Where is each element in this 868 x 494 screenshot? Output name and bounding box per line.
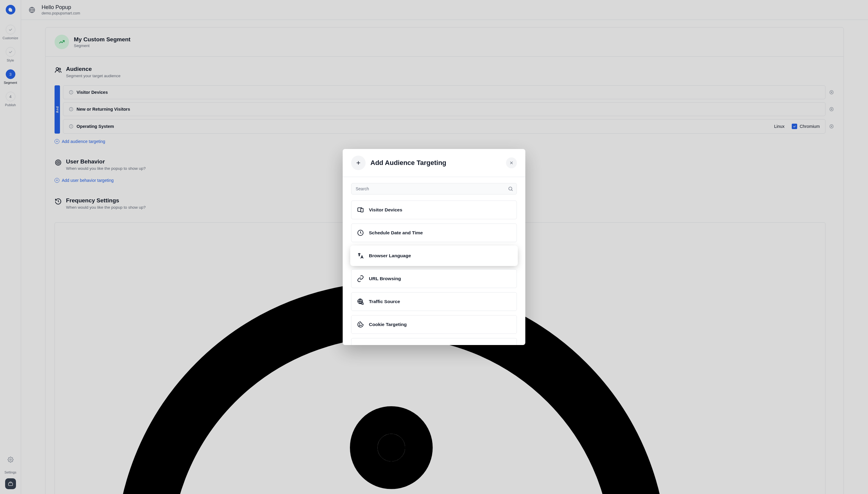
translate-icon (357, 252, 364, 259)
topbar: Hello Popup demo.popupsmart.com (21, 0, 868, 20)
rule-new-or-returning[interactable]: New or Returning Visitors (63, 102, 826, 116)
option-schedule[interactable]: Schedule Date and Time (351, 224, 517, 242)
cookie-icon (357, 321, 364, 328)
rule-operating-system[interactable]: Operating System Linux Chromium (63, 119, 826, 134)
sidebar-rail: Customize Style 3 Segment 4 Publish Sett… (0, 0, 21, 494)
plus-circle-icon: + (55, 178, 59, 183)
sidebar-step-label: Publish (5, 103, 16, 107)
option-label: Schedule Date and Time (369, 230, 423, 235)
history-icon (55, 198, 62, 205)
search-input[interactable] (351, 183, 517, 194)
svg-line-42 (363, 304, 363, 305)
option-label: Browser Language (369, 253, 411, 259)
info-icon (69, 124, 74, 129)
sidebar-step-style[interactable]: Style (0, 47, 21, 62)
sidebar-step-label: Segment (4, 81, 17, 84)
sidebar-step-customize[interactable]: Customize (0, 25, 21, 40)
and-rail: And (55, 86, 60, 134)
svg-rect-1 (8, 483, 13, 486)
option-visitor-devices[interactable]: Visitor Devices (351, 201, 517, 219)
briefcase-icon (8, 481, 13, 487)
modal-close-button[interactable] (506, 157, 517, 168)
plus-circle-icon: + (55, 139, 59, 144)
devices-icon (357, 206, 364, 213)
check-icon (8, 27, 13, 32)
svg-line-37 (511, 190, 512, 191)
option-browser-language[interactable]: Browser Language (351, 246, 517, 265)
app-logo[interactable] (6, 5, 15, 15)
option-label: URL Browsing (369, 276, 401, 281)
os-option-chromium: Chromium (800, 124, 820, 129)
remove-rule-button[interactable] (829, 124, 834, 129)
add-behavior-label: Add user behavior targeting (62, 178, 114, 183)
target-icon (55, 159, 62, 166)
option-traffic-source[interactable]: Traffic Source (351, 292, 517, 311)
globe-search-icon (357, 298, 364, 305)
option-cookie-targeting[interactable]: Cookie Targeting (351, 315, 517, 334)
svg-point-25 (58, 162, 58, 163)
remove-rule-button[interactable] (829, 106, 834, 112)
clock-icon (357, 229, 364, 236)
search-icon (508, 186, 513, 191)
frequency-desc: When would you like the popup to show up… (66, 205, 145, 210)
frequency-title: Frequency Settings (66, 197, 145, 204)
remove-rule-button[interactable] (829, 89, 834, 95)
sidebar-step-segment[interactable]: 3 Segment (0, 69, 21, 84)
segment-header: My Custom Segment Segment (45, 27, 844, 57)
modal-title: Add Audience Targeting (370, 159, 446, 167)
audience-desc: Segment your target audience (66, 74, 121, 78)
rule-visitor-devices[interactable]: Visitor Devices (63, 86, 826, 99)
plus-badge-icon (351, 156, 366, 170)
rule-label: Operating System (77, 124, 114, 129)
main-area: Hello Popup demo.popupsmart.com My Custo… (21, 0, 868, 494)
gear-icon (7, 457, 14, 463)
svg-point-28 (378, 434, 406, 461)
svg-point-19 (71, 126, 72, 126)
rule-label: Visitor Devices (77, 90, 108, 95)
behavior-desc: When would you like the popup to show up… (66, 166, 145, 171)
svg-rect-38 (361, 208, 363, 212)
option-label: Traffic Source (369, 299, 400, 304)
check-icon (8, 50, 13, 54)
settings-label: Settings (4, 471, 17, 474)
audience-title: Audience (66, 66, 121, 72)
svg-point-3 (56, 68, 58, 70)
trend-up-icon (55, 35, 69, 49)
svg-point-43 (359, 324, 360, 324)
svg-point-4 (59, 68, 61, 70)
svg-point-44 (361, 325, 361, 326)
add-audience-targeting[interactable]: + Add audience targeting (55, 139, 834, 144)
sidebar-step-publish[interactable]: 4 Publish (0, 92, 21, 107)
add-audience-label: Add audience targeting (62, 139, 105, 144)
svg-point-36 (509, 187, 512, 190)
svg-point-45 (359, 325, 360, 326)
page-title: Hello Popup (42, 4, 80, 11)
sidebar-step-label: Customize (3, 36, 18, 40)
segment-subtitle: Segment (74, 43, 131, 48)
settings-button[interactable] (5, 454, 16, 465)
option-url-browsing[interactable]: URL Browsing (351, 269, 517, 288)
svg-point-7 (71, 91, 72, 92)
segment-title: My Custom Segment (74, 36, 131, 43)
globe-icon (28, 6, 36, 14)
rule-label: New or Returning Visitors (77, 107, 130, 112)
info-icon (69, 107, 74, 112)
behavior-title: User Behavior (66, 158, 145, 165)
close-icon (509, 160, 514, 165)
link-icon (357, 275, 364, 282)
page-subtitle: demo.popupsmart.com (42, 11, 80, 15)
checkbox-chromium[interactable] (792, 124, 797, 129)
svg-point-13 (71, 108, 72, 109)
info-icon (69, 90, 74, 95)
option-label: Visitor Devices (369, 207, 402, 213)
add-targeting-modal: Add Audience Targeting Visitor Devices S… (343, 149, 525, 345)
os-option-linux: Linux (774, 124, 785, 129)
option-more-peek[interactable] (351, 338, 517, 345)
option-label: Cookie Targeting (369, 322, 407, 327)
audience-icon (55, 66, 62, 74)
sidebar-step-label: Style (7, 58, 14, 62)
toolbox-button[interactable] (5, 478, 16, 489)
svg-point-0 (9, 459, 11, 460)
